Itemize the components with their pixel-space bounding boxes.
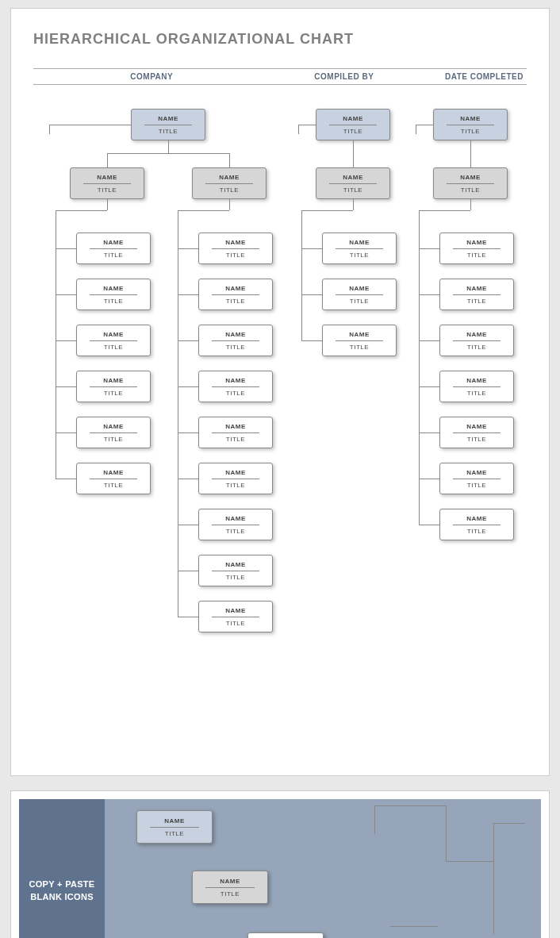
connector-h [178,525,198,525]
node-title: TITLE [329,295,389,305]
footer-label: COPY + PASTE BLANK ICONS [19,799,105,938]
node-title: TITLE [199,184,259,194]
node-title: TITLE [205,249,266,259]
connector-h [419,294,439,295]
connector-v [301,210,302,340]
org-node-leaf: NAMETITLE [439,509,514,540]
connector-h [56,479,76,479]
node-name: NAME [453,515,501,525]
node-name: NAME [453,331,501,341]
connector-v [229,153,230,167]
connector-h [419,248,439,249]
node-title: TITLE [447,433,507,443]
header-compiled-by: COMPILED BY [270,72,419,81]
node-name: NAME [212,607,259,617]
connector-h [419,479,439,479]
node-name: NAME [212,285,259,295]
node-name: NAME [447,115,494,125]
node-title: TITLE [205,295,266,305]
node-title: TITLE [205,571,266,581]
node-title: TITLE [447,295,507,305]
connector-h [56,432,76,433]
node-title: TITLE [205,479,266,489]
sample-title: TITLE [199,888,261,898]
org-node-mid: NAMETITLE [192,167,267,199]
connector-h [419,525,439,525]
org-node-mid: NAMETITLE [433,167,508,199]
connector-v [353,199,354,210]
org-node-leaf: NAMETITLE [76,325,151,356]
connector-v [49,125,50,134]
connector-h [416,125,433,125]
footer-card: COPY + PASTE BLANK ICONS NAME TITLE NAME… [10,790,550,938]
connector-h [419,340,439,341]
connector-h [419,210,470,211]
node-name: NAME [212,561,259,571]
node-title: TITLE [83,479,144,489]
org-node-leaf: NAMETITLE [439,417,514,448]
node-name: NAME [212,469,259,479]
node-title: TITLE [440,184,501,194]
org-node-leaf: NAMETITLE [198,509,273,540]
node-name: NAME [90,285,137,295]
node-title: TITLE [329,341,389,351]
connector-v [298,125,299,134]
connector-h [178,479,198,479]
connector-v [168,140,169,153]
node-title: TITLE [83,249,144,259]
connector-h [301,340,322,341]
node-title: TITLE [205,433,266,443]
org-node-leaf: NAMETITLE [439,233,514,264]
connector-h [178,340,198,341]
connector-h [49,125,131,125]
connector-v [107,199,108,210]
org-node-leaf: NAMETITLE [439,325,514,356]
org-node-leaf: NAMETITLE [439,371,514,402]
org-node-mid: NAMETITLE [70,167,144,199]
sample-title: TITLE [144,828,205,837]
connector-h [56,340,76,341]
node-title: TITLE [447,341,507,351]
org-node-leaf: NAMETITLE [76,371,151,402]
node-title: TITLE [205,525,266,535]
connector-h [301,294,322,295]
connector-v [353,140,354,167]
node-title: TITLE [323,125,383,135]
connector-h [107,153,229,154]
connector-v [107,153,108,167]
connector-h [178,617,198,617]
org-node-leaf: NAMETITLE [198,555,273,586]
connector-h [419,386,439,387]
node-name: NAME [212,423,259,433]
node-title: TITLE [83,433,144,443]
connector-h [301,210,353,211]
node-name: NAME [336,239,383,249]
connector-h [56,294,76,295]
connector-h [56,210,107,211]
connector-h [178,248,198,249]
node-title: TITLE [83,387,144,397]
node-title: TITLE [440,125,501,135]
org-node-leaf: NAMETITLE [198,417,273,448]
sample-node-top: NAME TITLE [136,810,213,844]
connector-v [56,210,56,479]
org-node-leaf: NAMETITLE [322,325,397,356]
sample-name: NAME [205,878,255,888]
connector-v [416,125,416,134]
org-chart-stage: NAMETITLENAMETITLENAMETITLENAMETITLENAME… [33,109,527,744]
connector-h [178,210,229,211]
node-name: NAME [453,377,501,387]
node-title: TITLE [323,184,383,194]
node-name: NAME [453,469,501,479]
node-name: NAME [329,115,377,125]
node-name: NAME [212,331,259,341]
node-name: NAME [453,423,501,433]
connector-h [178,432,198,433]
org-node-leaf: NAMETITLE [439,279,514,310]
org-node-leaf: NAMETITLE [198,463,273,494]
node-title: TITLE [205,387,266,397]
node-name: NAME [336,285,383,295]
connector-h [298,125,316,125]
org-node-leaf: NAMETITLE [76,417,151,448]
sample-node-mid: NAME TITLE [192,871,268,904]
